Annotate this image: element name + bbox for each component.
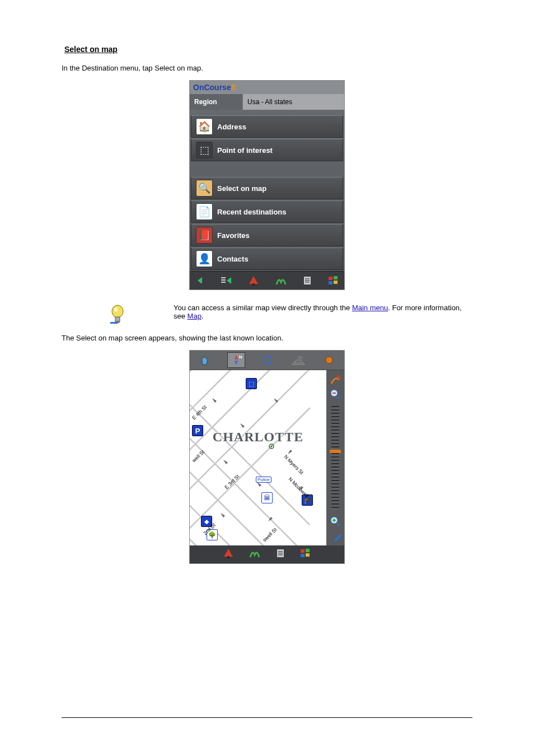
favorites-icon: 📕 xyxy=(196,227,213,244)
hand-icon[interactable] xyxy=(196,353,213,367)
windows-icon[interactable] xyxy=(301,549,311,560)
svg-point-15 xyxy=(112,305,123,318)
building-poi[interactable]: 🏛 xyxy=(261,492,273,503)
gps-icon[interactable] xyxy=(275,276,287,286)
destination-menu-screenshot: OnCourse5 Navigator Region Usa - All sta… xyxy=(189,80,345,290)
address-label: Address xyxy=(217,123,246,131)
route-icon[interactable] xyxy=(329,374,341,386)
center-icon[interactable] xyxy=(259,353,276,367)
select-on-map-screenshot: N 3D xyxy=(189,350,345,564)
log-icon[interactable] xyxy=(276,548,285,561)
poi-button[interactable]: ⬚ Point of interest xyxy=(191,139,343,161)
contacts-label: Contacts xyxy=(217,255,249,263)
poi-marker[interactable]: ⬚ xyxy=(246,378,257,389)
svg-marker-32 xyxy=(274,398,278,403)
svg-marker-20 xyxy=(235,355,238,360)
logo-part-five: 5 xyxy=(231,83,236,92)
svg-rect-57 xyxy=(306,549,310,552)
svg-marker-50 xyxy=(224,549,233,557)
contacts-button[interactable]: 👤 Contacts xyxy=(191,248,343,270)
app-icon[interactable] xyxy=(249,276,259,286)
address-button[interactable]: 🏠 Address xyxy=(191,115,343,138)
svg-marker-31 xyxy=(240,423,245,428)
svg-point-41 xyxy=(337,375,340,379)
compass-north-icon[interactable]: N xyxy=(227,352,245,368)
svg-rect-2 xyxy=(221,279,226,281)
zoom-out-icon[interactable] xyxy=(329,388,341,400)
windows-icon[interactable] xyxy=(329,276,339,285)
poi-label: Point of interest xyxy=(217,146,273,155)
svg-rect-13 xyxy=(329,281,332,284)
svg-marker-5 xyxy=(249,276,258,284)
tip-suffix: . xyxy=(202,312,204,320)
svg-rect-54 xyxy=(278,553,283,554)
house-icon: 🏠 xyxy=(196,118,213,135)
svg-line-43 xyxy=(337,396,340,399)
region-value: Usa - All states xyxy=(242,94,344,110)
map-canvas[interactable]: ⬚ P Police 🏛 🎓 ◆ 🌳 E 4th St well St E 3r… xyxy=(190,370,326,545)
recent-button[interactable]: 📄 Recent destinations xyxy=(191,200,343,223)
svg-rect-14 xyxy=(334,281,338,284)
poi-icon: ⬚ xyxy=(196,142,213,158)
footer-rule xyxy=(62,717,472,718)
favorites-label: Favorites xyxy=(217,231,250,240)
lightbulb-icon xyxy=(109,305,126,328)
tip-text: You can access a similar map view direct… xyxy=(174,304,472,320)
zoom-in-icon[interactable] xyxy=(329,515,341,528)
view-3d-icon[interactable]: 3D xyxy=(290,353,307,367)
svg-rect-1 xyxy=(221,277,226,278)
svg-marker-37 xyxy=(268,517,273,521)
svg-marker-21 xyxy=(235,360,238,365)
select-on-map-label: Select on map xyxy=(217,184,266,193)
region-label: Region xyxy=(190,94,242,110)
tip-prefix: You can access a similar map view direct… xyxy=(174,304,352,312)
document-icon: 📄 xyxy=(196,203,213,220)
svg-rect-8 xyxy=(305,278,310,279)
svg-rect-12 xyxy=(334,276,338,279)
city-label: CHARLOTTE xyxy=(213,429,303,444)
parking-poi[interactable]: P xyxy=(192,425,203,436)
svg-marker-4 xyxy=(227,277,231,284)
gps-icon[interactable] xyxy=(249,548,260,561)
instruction-text-2: The Select on map screen appears, showin… xyxy=(62,334,472,342)
list-back-icon[interactable] xyxy=(221,276,232,285)
svg-rect-9 xyxy=(305,280,310,281)
map-top-toolbar: N 3D xyxy=(190,351,344,370)
recent-label: Recent destinations xyxy=(217,208,287,216)
svg-rect-49 xyxy=(334,534,341,542)
svg-point-6 xyxy=(252,283,255,286)
svg-marker-0 xyxy=(198,277,202,284)
svg-rect-53 xyxy=(278,551,283,552)
svg-rect-11 xyxy=(329,277,332,280)
record-dot-icon[interactable] xyxy=(321,353,338,367)
svg-rect-16 xyxy=(115,317,120,321)
app-icon[interactable] xyxy=(223,548,233,561)
police-poi[interactable]: Police xyxy=(256,477,271,483)
region-row[interactable]: Region Usa - All states xyxy=(190,94,344,110)
map-bottom-toolbar xyxy=(190,545,344,563)
svg-rect-18 xyxy=(110,322,118,324)
map-link[interactable]: Map xyxy=(188,312,202,320)
svg-rect-3 xyxy=(221,282,226,283)
svg-rect-56 xyxy=(301,549,305,553)
bottom-toolbar xyxy=(190,271,344,290)
select-on-map-button[interactable]: 🔍 Select on map xyxy=(191,177,343,199)
map-icon: 🔍 xyxy=(196,180,213,197)
svg-marker-33 xyxy=(223,460,228,464)
main-menu-link[interactable]: Main menu xyxy=(352,304,388,312)
svg-point-51 xyxy=(227,556,229,558)
instruction-text: In the Destination menu, tap Select on m… xyxy=(62,64,472,72)
contacts-icon: 👤 xyxy=(196,250,213,267)
logo-part-on: On xyxy=(193,83,204,92)
zoom-slider[interactable] xyxy=(331,406,339,510)
map-sidebar xyxy=(326,370,344,545)
back-icon[interactable] xyxy=(195,276,204,285)
svg-point-19 xyxy=(114,307,118,312)
svg-rect-55 xyxy=(278,554,283,556)
zoom-handle[interactable] xyxy=(330,450,341,453)
favorites-button[interactable]: 📕 Favorites xyxy=(191,224,343,246)
measure-icon[interactable] xyxy=(329,530,341,542)
location-marker xyxy=(268,443,275,450)
log-icon[interactable] xyxy=(303,276,312,286)
svg-point-40 xyxy=(271,446,273,447)
